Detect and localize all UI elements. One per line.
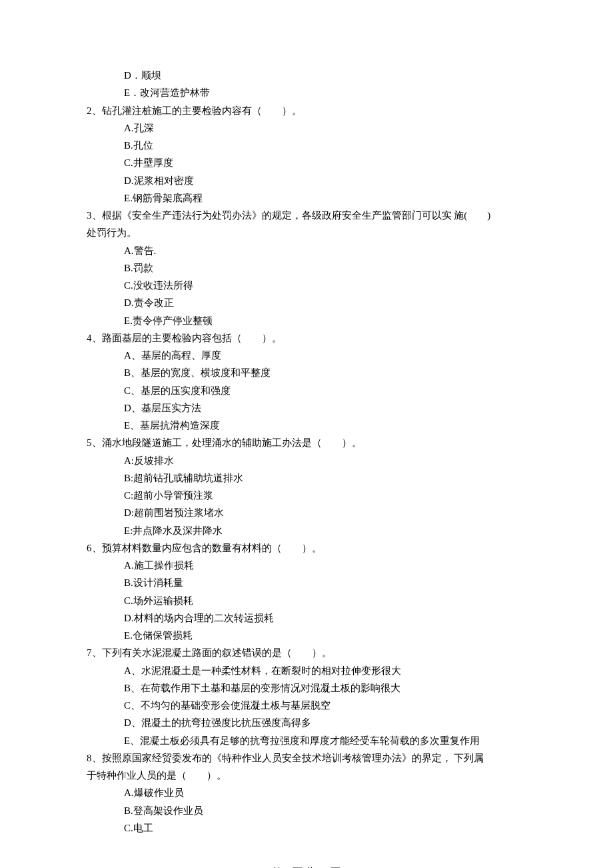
option: D:超前围岩预注浆堵水 [87,504,526,521]
option: D.责令改正 [87,294,526,311]
document-page: D．顺坝 E．改河营造护林带 2、钻孔灌注桩施工的主要检验内容有（ ）。 A.孔… [0,0,613,868]
question-number: 5 [87,437,92,448]
option: A、水泥混凝土是一种柔性材料，在断裂时的相对拉伸变形很大 [87,662,526,679]
option: E.仓储保管损耗 [87,627,526,644]
option: D.材料的场内合理的二次转运损耗 [87,609,526,627]
question-3: 3、根据《安全生产违法行为处罚办法》的规定，各级政府安全生产监管部门可以实 施(… [87,207,526,224]
question-number: 3 [87,210,92,221]
page-footer: 第 4 页 共 10 页 [87,863,526,868]
question-stem-continue: 于特种作业人员的是（ ）。 [87,767,526,784]
option: A:反坡排水 [87,452,526,469]
question-stem: 根据《安全生产违法行为处罚办法》的规定，各级政府安全生产监管部门可以实 施( ) [102,210,491,221]
question-stem: 路面基层的主要检验内容包括（ ）。 [102,333,282,343]
option: B.登高架设作业员 [87,802,526,819]
question-7: 7、下列有关水泥混凝土路面的叙述错误的是（ ）。 [87,644,526,661]
question-number: 7 [87,647,92,658]
question-5: 5、涌水地段隧道施工，处理涌水的辅助施工办法是（ ）。 [87,434,526,451]
option: B、基层的宽度、横坡度和平整度 [87,364,526,381]
question-8: 8、按照原国家经贸委发布的《特种作业人员安全技术培训考核管理办法》的界定， 下列… [87,749,526,767]
question-stem: 钻孔灌注桩施工的主要检验内容有（ ）。 [102,105,302,116]
option: C、不均匀的基础变形会使混凝土板与基层脱空 [87,697,526,714]
option: E:井点降水及深井降水 [87,522,526,539]
option: B、在荷载作用下土基和基层的变形情况对混凝土板的影响很大 [87,679,526,697]
option: E.钢筋骨架底高程 [87,189,526,207]
option: A.施工操作损耗 [87,557,526,574]
option: E、混凝土板必须具有足够的抗弯拉强度和厚度才能经受车轮荷载的多次重复作用 [87,732,526,749]
question-stem: 涌水地段隧道施工，处理涌水的辅助施工办法是（ ）。 [102,437,362,448]
option: A.孔深 [87,119,526,137]
question-number: 2 [87,105,92,116]
question-number: 4 [87,333,92,343]
option: D、混凝土的抗弯拉强度比抗压强度高得多 [87,714,526,731]
option: D、基层压实方法 [87,399,526,417]
question-stem-continue: 处罚行为。 [87,224,526,241]
option: E.责令停产停业整顿 [87,312,526,329]
option: B.罚款 [87,259,526,277]
question-stem: 下列有关水泥混凝土路面的叙述错误的是（ ）。 [102,647,332,658]
question-4: 4、路面基层的主要检验内容包括（ ）。 [87,329,526,347]
option: C、基层的压实度和强度 [87,382,526,399]
option: D.泥浆相对密度 [87,172,526,189]
question-2: 2、钻孔灌注桩施工的主要检验内容有（ ）。 [87,102,526,119]
option: C.场外运输损耗 [87,592,526,609]
option: B.孔位 [87,137,526,154]
question-stem: 预算材料数量内应包含的数量有材料的（ ）。 [102,543,322,553]
question-6: 6、预算材料数量内应包含的数量有材料的（ ）。 [87,539,526,557]
question-number: 6 [87,543,92,553]
option: C:超前小导管预注浆 [87,487,526,504]
orphan-option-d: D．顺坝 [87,67,526,84]
option: C.没收违法所得 [87,277,526,294]
option: C.电工 [87,819,526,837]
option: B.设计消耗量 [87,574,526,591]
question-stem: 按照原国家经贸委发布的《特种作业人员安全技术培训考核管理办法》的界定， 下列属 [102,753,484,763]
question-number: 8 [87,753,92,763]
option: B:超前钻孔或辅助坑道排水 [87,469,526,487]
option: A、基层的高程、厚度 [87,347,526,364]
option: C.井壁厚度 [87,154,526,171]
orphan-option-e: E．改河营造护林带 [87,84,526,101]
option: A.警告. [87,242,526,259]
option: E、基层抗滑构造深度 [87,417,526,434]
option: A.爆破作业员 [87,784,526,801]
